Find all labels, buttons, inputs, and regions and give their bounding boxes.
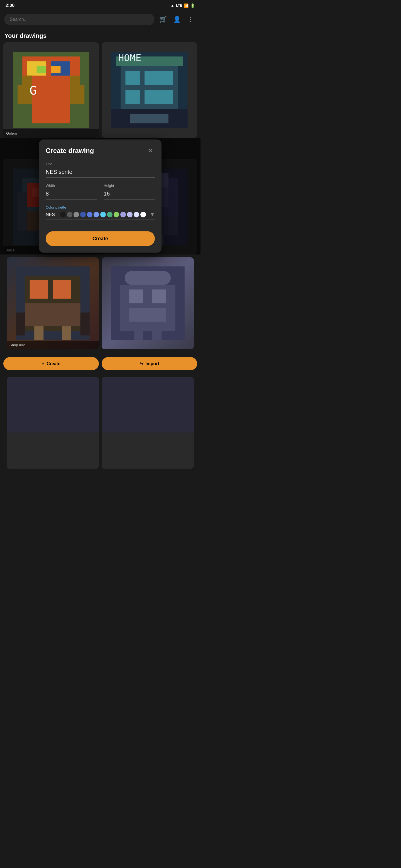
search-input[interactable] bbox=[10, 17, 149, 22]
height-field: Height bbox=[104, 184, 155, 200]
svg-rect-7 bbox=[18, 85, 27, 104]
create-icon: + bbox=[42, 361, 44, 366]
palette-color-9 bbox=[120, 212, 126, 217]
drawings-grid-3: Shop #02 bbox=[3, 257, 197, 349]
svg-rect-18 bbox=[125, 90, 140, 104]
create-label: Create bbox=[47, 361, 60, 366]
svg-rect-15 bbox=[125, 71, 140, 85]
svg-text:G: G bbox=[30, 84, 37, 98]
lte-icon: LTE bbox=[176, 4, 182, 7]
svg-rect-8 bbox=[75, 85, 84, 104]
palette-color-1 bbox=[67, 212, 73, 217]
signal-icon: 📶 bbox=[184, 3, 189, 8]
status-time: 2:00 bbox=[6, 3, 15, 8]
drawing-thumbnail-2: HOME bbox=[102, 42, 197, 138]
top-bar: 🛒 👤 ⋮ bbox=[0, 11, 200, 28]
height-input[interactable] bbox=[104, 189, 155, 200]
svg-text:HOME: HOME bbox=[118, 53, 141, 64]
palette-chevron-icon: ▼ bbox=[150, 212, 155, 217]
svg-rect-44 bbox=[53, 280, 71, 299]
drawing-card-5[interactable]: Shop #02 bbox=[7, 257, 99, 349]
svg-rect-53 bbox=[129, 289, 143, 303]
svg-rect-9 bbox=[37, 66, 46, 73]
modal-create-button[interactable]: Create bbox=[46, 231, 155, 246]
create-button[interactable]: + Create bbox=[3, 357, 99, 370]
palette-color-8 bbox=[114, 212, 119, 217]
title-field: Title bbox=[46, 162, 155, 178]
status-icons: ▲ LTE 📶 🔋 bbox=[170, 3, 195, 8]
pixel-art-svg-5 bbox=[16, 267, 90, 340]
title-input[interactable] bbox=[46, 168, 155, 178]
dimensions-row: Width Height bbox=[46, 184, 155, 200]
search-box[interactable] bbox=[4, 14, 154, 25]
svg-rect-16 bbox=[145, 71, 159, 85]
palette-color-2 bbox=[74, 212, 79, 217]
palette-color-0 bbox=[60, 212, 66, 217]
pixel-art-svg-1: G bbox=[13, 52, 89, 128]
modal-header: Create drawing ✕ bbox=[46, 146, 155, 155]
import-icon: ↪ bbox=[140, 361, 143, 366]
palette-color-6 bbox=[100, 212, 106, 217]
palette-name: NES bbox=[46, 212, 57, 217]
palette-row[interactable]: NES ▼ bbox=[46, 212, 155, 220]
palette-color-10 bbox=[127, 212, 133, 217]
svg-rect-19 bbox=[145, 90, 159, 104]
drawing-label-1: Golem bbox=[3, 129, 99, 138]
more-options-icon[interactable]: ⋮ bbox=[185, 14, 196, 25]
palette-color-5 bbox=[93, 212, 99, 217]
width-field: Width bbox=[46, 184, 97, 200]
palette-color-7 bbox=[107, 212, 113, 217]
palette-color-4 bbox=[87, 212, 92, 217]
drawing-thumbnail-6 bbox=[102, 257, 194, 349]
palette-color-3 bbox=[80, 212, 86, 217]
drawing-thumbnail-8 bbox=[102, 377, 194, 432]
drawing-card-1[interactable]: G Golem bbox=[3, 42, 99, 138]
svg-rect-10 bbox=[51, 66, 60, 73]
width-label: Width bbox=[46, 184, 97, 188]
import-button[interactable]: ↪ Import bbox=[102, 357, 197, 370]
svg-rect-6 bbox=[32, 104, 70, 123]
battery-icon: 🔋 bbox=[190, 3, 195, 8]
svg-rect-48 bbox=[34, 326, 44, 340]
drawing-card-6[interactable] bbox=[102, 257, 194, 349]
pixel-art-svg-6 bbox=[111, 267, 184, 340]
drawings-grid-4 bbox=[3, 377, 197, 469]
create-drawing-modal: Create drawing ✕ Title Width Height Colo… bbox=[39, 140, 162, 253]
drawing-thumbnail-1: G bbox=[3, 42, 99, 138]
svg-rect-22 bbox=[130, 114, 169, 123]
cart-icon[interactable]: 🛒 bbox=[157, 14, 168, 25]
palette-field: Color palette NES ▼ bbox=[46, 205, 155, 220]
drawing-card-7[interactable] bbox=[7, 377, 99, 469]
modal-title: Create drawing bbox=[46, 147, 94, 155]
width-input[interactable] bbox=[46, 189, 97, 200]
svg-rect-54 bbox=[152, 289, 166, 303]
svg-rect-45 bbox=[25, 303, 81, 326]
drawings-section-bottom: Shop #02 bbox=[0, 254, 200, 349]
svg-rect-43 bbox=[30, 280, 48, 299]
import-label: Import bbox=[145, 361, 159, 366]
svg-rect-46 bbox=[16, 313, 25, 336]
drawing-card-2[interactable]: HOME bbox=[102, 42, 197, 138]
drawing-thumbnail-7 bbox=[7, 377, 99, 432]
palette-color-11 bbox=[134, 212, 139, 217]
wifi-icon: ▲ bbox=[170, 3, 174, 8]
svg-rect-57 bbox=[152, 331, 162, 340]
svg-rect-49 bbox=[62, 326, 71, 340]
svg-rect-17 bbox=[159, 71, 173, 85]
drawing-thumbnail-5 bbox=[7, 257, 99, 349]
drawings-section-extra bbox=[0, 374, 200, 472]
status-bar: 2:00 ▲ LTE 📶 🔋 bbox=[0, 0, 200, 11]
profile-icon[interactable]: 👤 bbox=[172, 14, 182, 25]
modal-close-button[interactable]: ✕ bbox=[146, 146, 155, 155]
svg-rect-47 bbox=[81, 313, 90, 336]
svg-rect-56 bbox=[134, 331, 143, 340]
svg-rect-55 bbox=[129, 308, 166, 322]
bottom-actions: + Create ↪ Import bbox=[0, 353, 200, 374]
drawing-label-5: Shop #02 bbox=[7, 341, 99, 349]
pixel-art-svg-2: HOME bbox=[111, 52, 188, 128]
drawing-card-8[interactable] bbox=[102, 377, 194, 469]
svg-rect-51 bbox=[125, 271, 171, 285]
drawings-grid-top: G Golem HOME bbox=[0, 42, 200, 138]
svg-rect-20 bbox=[159, 90, 173, 104]
palette-colors bbox=[60, 212, 148, 217]
